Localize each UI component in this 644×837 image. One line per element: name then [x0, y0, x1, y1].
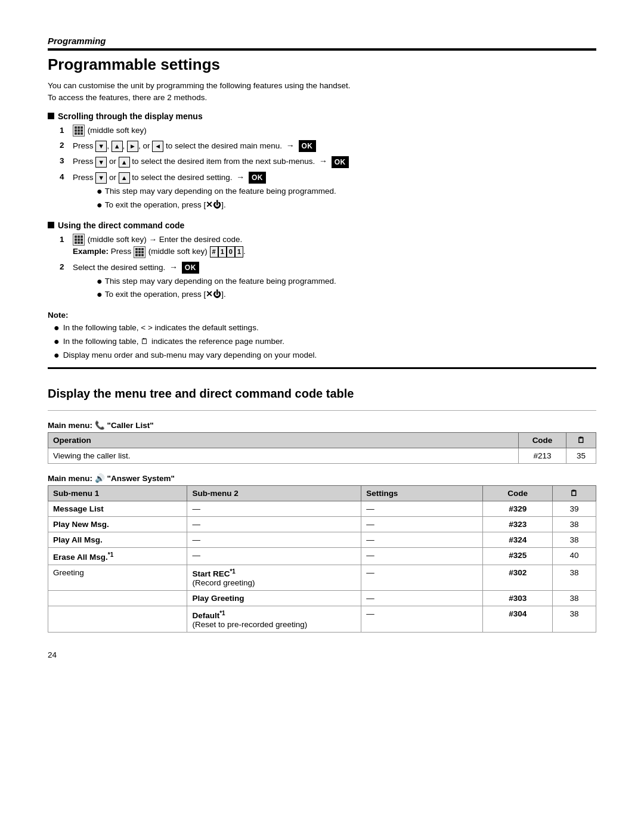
- col-header-settings: Settings: [361, 486, 483, 501]
- page-title: Programmable settings: [48, 55, 596, 74]
- step4-bullets: ● This step may vary depending on the fe…: [97, 185, 596, 211]
- cell-sub2: Play Greeting: [187, 591, 361, 606]
- cell-settings: —: [361, 532, 483, 548]
- key-left: ◄: [152, 141, 163, 152]
- answer-system-data-table: Sub-menu 1 Sub-menu 2 Settings Code 🗒 Me…: [48, 485, 596, 633]
- key-up: ▲: [112, 141, 123, 152]
- cell-sub2: —: [187, 532, 361, 548]
- col-header-ref: 🗒: [566, 433, 596, 448]
- key-down: ▼: [95, 141, 107, 152]
- section2-divider: Display the menu tree and direct command…: [48, 367, 596, 411]
- cell-sub1: [48, 591, 187, 606]
- key-1: 1: [218, 246, 227, 258]
- table-row: Erase All Msg.*1 — — #325 40: [48, 548, 596, 565]
- key-1b: 1: [235, 246, 243, 258]
- table-row: Play All Msg. — — #324 38: [48, 532, 596, 548]
- key-down2: ▼: [95, 157, 107, 168]
- menu-grid-icon2: [73, 234, 85, 246]
- cell-code: #302: [483, 565, 553, 591]
- col-header-operation: Operation: [48, 433, 519, 448]
- note-item2: ● In the following table, 🗒 indicates th…: [54, 336, 596, 348]
- step-m2: 2 Select the desired setting. → OK ● Thi…: [60, 261, 596, 302]
- section2-title: Display the menu tree and direct command…: [48, 387, 596, 401]
- note-list: ● In the following table, < > indicates …: [54, 322, 596, 362]
- key-up2: ▲: [119, 157, 130, 168]
- key-up3: ▲: [119, 172, 130, 184]
- cell-settings: —: [361, 591, 483, 606]
- key-hash: #: [210, 246, 218, 258]
- cell-sub2: —: [187, 517, 361, 532]
- cell-code: #303: [483, 591, 553, 606]
- step-1: 1 (middle soft key): [60, 125, 596, 137]
- table-row: Play Greeting — #303 38: [48, 591, 596, 606]
- cell-settings: —: [361, 606, 483, 633]
- bullet-square-icon2: [48, 222, 54, 228]
- cell-ref: 40: [553, 548, 596, 565]
- ok-button-icon3: OK: [249, 172, 266, 184]
- cell-sub2: —: [187, 501, 361, 517]
- cell-settings: —: [361, 548, 483, 565]
- cell-code: #213: [519, 448, 566, 464]
- method1-section: Scrolling through the display menus 1 (m…: [48, 111, 596, 212]
- ok-button-icon: OK: [299, 140, 316, 152]
- example-label: Example:: [73, 247, 109, 256]
- note-item3: ● Display menu order and sub-menu may va…: [54, 349, 596, 361]
- method1-label: Scrolling through the display menus: [48, 111, 596, 121]
- cell-sub2: —: [187, 548, 361, 565]
- cell-ref: 39: [553, 501, 596, 517]
- section-header: Programming: [48, 36, 596, 51]
- menu-grid-icon3: [134, 246, 145, 258]
- intro-text: You can customise the unit by programmin…: [48, 80, 596, 104]
- bullet-item: ● This step may vary depending on the fe…: [97, 185, 596, 197]
- table-row: Default*1(Reset to pre-recorded greeting…: [48, 606, 596, 633]
- cell-ref: 35: [566, 448, 596, 464]
- table-row: Message List — — #329 39: [48, 501, 596, 517]
- note-section: Note: ● In the following table, < > indi…: [48, 311, 596, 362]
- caller-list-table: Main menu: 📞 "Caller List" Operation Cod…: [48, 420, 596, 464]
- step-m2-bullets: ● This step may vary depending on the fe…: [97, 275, 596, 301]
- key-down3: ▼: [95, 172, 107, 184]
- bullet-square-icon: [48, 113, 54, 119]
- cell-code: #325: [483, 548, 553, 565]
- cell-sub2: Start REC*1(Record greeting): [187, 565, 361, 591]
- bullet-item3: ● To exit the operation, press [✕⏻].: [97, 289, 596, 300]
- key-0: 0: [227, 246, 235, 258]
- ok-button-icon4: OK: [182, 262, 199, 274]
- cell-sub1: Greeting: [48, 565, 187, 591]
- cell-sub1: Erase All Msg.*1: [48, 548, 187, 565]
- cell-ref: 38: [553, 517, 596, 532]
- col-header-code2: Code: [483, 486, 553, 501]
- cell-sub1: [48, 606, 187, 633]
- step-m1: 1 (middle soft key) → Enter the desired …: [60, 234, 596, 258]
- table-row: Play New Msg. — — #323 38: [48, 517, 596, 532]
- answer-system-table: Main menu: 🔊 "Answer System" Sub-menu 1 …: [48, 473, 596, 633]
- col-header-sub1: Sub-menu 1: [48, 486, 187, 501]
- col-header-ref2: 🗒: [553, 486, 596, 501]
- step-4: 4 Press ▼ or ▲ to select the desired set…: [60, 171, 596, 212]
- caller-list-data-table: Operation Code 🗒 Viewing the caller list…: [48, 432, 596, 464]
- cell-operation: Viewing the caller list.: [48, 448, 519, 464]
- ok-button-icon2: OK: [332, 156, 349, 168]
- bullet-item2: ● This step may vary depending on the fe…: [97, 275, 596, 287]
- cell-code: #304: [483, 606, 553, 633]
- note-item1: ● In the following table, < > indicates …: [54, 322, 596, 334]
- cell-ref: 38: [553, 532, 596, 548]
- answer-system-menu-label: Main menu: 🔊 "Answer System": [48, 473, 596, 483]
- method2-label: Using the direct command code: [48, 221, 596, 230]
- cell-sub1: Play All Msg.: [48, 532, 187, 548]
- step-3: 3 Press ▼ or ▲ to select the desired ite…: [60, 155, 596, 168]
- cell-code: #323: [483, 517, 553, 532]
- cell-ref: 38: [553, 591, 596, 606]
- note-label: Note:: [48, 311, 596, 320]
- method2-section: Using the direct command code 1 (middle …: [48, 221, 596, 302]
- cell-ref: 38: [553, 565, 596, 591]
- cell-sub1: Message List: [48, 501, 187, 517]
- cell-code: #324: [483, 532, 553, 548]
- cell-settings: —: [361, 501, 483, 517]
- cell-code: #329: [483, 501, 553, 517]
- cell-settings: —: [361, 565, 483, 591]
- cell-settings: —: [361, 517, 483, 532]
- method2-steps: 1 (middle soft key) → Enter the desired …: [60, 234, 596, 302]
- step-2: 2 Press ▼, ▲, ►, or ◄ to select the desi…: [60, 140, 596, 152]
- bullet-item: ● To exit the operation, press [✕⏻].: [97, 199, 596, 211]
